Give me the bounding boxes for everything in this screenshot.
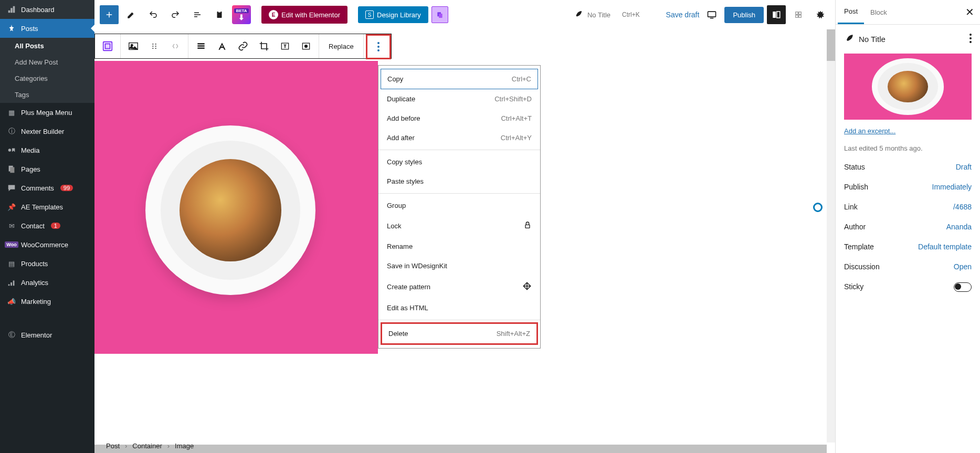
- replace-button[interactable]: Replace: [322, 43, 360, 50]
- text-on-image-button[interactable]: [276, 37, 294, 56]
- settings-sidebar-toggle[interactable]: [767, 5, 786, 24]
- options-button[interactable]: [811, 5, 830, 24]
- vertical-scrollbar[interactable]: [827, 29, 835, 443]
- plugin-button[interactable]: [789, 5, 808, 24]
- sidebar-item-plus-mega-menu[interactable]: ▦Plus Mega Menu: [0, 103, 94, 122]
- edit-mode-button[interactable]: [122, 5, 141, 24]
- dropdown-edit-html[interactable]: Edit as HTML: [378, 298, 540, 318]
- sidebar-item-pages[interactable]: Pages: [0, 160, 94, 178]
- link-button[interactable]: [234, 37, 252, 56]
- sidebar-item-elementor[interactable]: ⒺElementor: [0, 325, 94, 344]
- tab-post[interactable]: Post: [838, 0, 864, 24]
- add-excerpt-link[interactable]: Add an excerpt...: [844, 127, 895, 135]
- post-summary-header: No Title: [844, 33, 972, 45]
- beta-badge[interactable]: BETA⬇: [232, 5, 251, 24]
- parent-container-button[interactable]: [98, 37, 117, 56]
- svg-rect-9: [777, 12, 780, 18]
- sidebar-item-all-posts[interactable]: All Posts: [0, 38, 94, 54]
- dropdown-copy-styles[interactable]: Copy styles: [378, 152, 540, 172]
- dropdown-copy[interactable]: CopyCtrl+C: [381, 69, 538, 89]
- svg-point-29: [305, 45, 308, 48]
- row-discussion[interactable]: DiscussionOpen: [844, 262, 972, 271]
- dropdown-group[interactable]: Group: [378, 196, 540, 215]
- dropdown-paste-styles[interactable]: Paste styles: [378, 172, 540, 191]
- dropdown-add-before[interactable]: Add beforeCtrl+Alt+T: [378, 109, 540, 128]
- sidebar-item-ae-templates[interactable]: 📌AE Templates: [0, 197, 94, 216]
- sidebar-label: Tags: [15, 91, 29, 99]
- add-block-button[interactable]: [100, 5, 119, 24]
- row-author[interactable]: AuthorAnanda: [844, 223, 972, 231]
- sidebar-label: Dashboard: [21, 6, 55, 14]
- sidebar-item-comments[interactable]: Comments99: [0, 178, 94, 197]
- image-block[interactable]: [94, 61, 378, 354]
- document-title-button[interactable]: No Title Ctrl+K: [556, 9, 657, 20]
- breadcrumb-item[interactable]: Image: [175, 442, 194, 450]
- editor-canvas[interactable]: Add title Replace: [94, 29, 835, 453]
- row-link[interactable]: Link/4688: [844, 203, 972, 211]
- sidebar-item-tags[interactable]: Tags: [0, 87, 94, 103]
- pin-icon: [6, 23, 17, 34]
- undo-button[interactable]: [144, 5, 163, 24]
- post-actions-button[interactable]: [970, 34, 972, 45]
- sidebar-item-posts[interactable]: Posts: [0, 19, 94, 38]
- move-up-down[interactable]: [166, 37, 185, 56]
- sidebar-item-contact[interactable]: ✉Contact1: [0, 216, 94, 235]
- sidebar-item-nexter-builder[interactable]: ⓘNexter Builder: [0, 122, 94, 141]
- preview-button[interactable]: [702, 5, 721, 24]
- sticky-toggle[interactable]: [954, 282, 972, 292]
- copy-design-button[interactable]: [431, 6, 448, 23]
- sidebar-item-products[interactable]: ▤Products: [0, 254, 94, 273]
- media-icon: [6, 145, 17, 155]
- sidebar-item-dashboard[interactable]: Dashboard: [0, 0, 94, 19]
- text-overlay-button[interactable]: [213, 37, 231, 56]
- dropdown-duplicate[interactable]: DuplicateCtrl+Shift+D: [378, 89, 540, 109]
- block-breadcrumb[interactable]: Post › Container › Image: [106, 439, 194, 452]
- sidebar-label: Add New Post: [15, 58, 58, 66]
- svg-rect-7: [708, 12, 716, 17]
- dropdown-create-pattern[interactable]: Create pattern: [378, 276, 540, 298]
- document-overview-button[interactable]: [188, 5, 207, 24]
- feather-icon: [844, 33, 855, 45]
- breadcrumb-item[interactable]: Post: [106, 442, 120, 450]
- row-sticky: Sticky: [844, 282, 972, 292]
- redo-button[interactable]: [166, 5, 185, 24]
- featured-image[interactable]: [844, 54, 972, 120]
- row-publish[interactable]: PublishImmediately: [844, 183, 972, 191]
- button-label: Edit with Elementor: [281, 11, 340, 19]
- image-block-icon[interactable]: [124, 37, 143, 56]
- sidebar-item-marketing[interactable]: 📣Marketing: [0, 292, 94, 311]
- dropdown-separator: [378, 320, 540, 320]
- svg-rect-15: [105, 44, 110, 48]
- crop-button[interactable]: [255, 37, 273, 56]
- dropdown-add-after[interactable]: Add afterCtrl+Alt+Y: [378, 128, 540, 148]
- analytics-icon: [6, 277, 17, 288]
- dropdown-delete[interactable]: DeleteShift+Alt+Z: [381, 322, 538, 345]
- duotone-button[interactable]: [297, 37, 315, 56]
- close-sidebar-button[interactable]: ✕: [959, 2, 980, 23]
- block-options-button[interactable]: [366, 34, 391, 59]
- save-draft-button[interactable]: Save draft: [666, 10, 700, 19]
- dropdown-rename[interactable]: Rename: [378, 237, 540, 256]
- sidebar-item-woocommerce[interactable]: WooWooCommerce: [0, 235, 94, 254]
- publish-button[interactable]: Publish: [724, 7, 764, 23]
- sidebar-label: AE Templates: [21, 203, 63, 211]
- row-status[interactable]: StatusDraft: [844, 163, 972, 171]
- sidebar-item-categories[interactable]: Categories: [0, 70, 94, 87]
- paste-button[interactable]: [210, 5, 229, 24]
- row-template[interactable]: TemplateDefault template: [844, 243, 972, 251]
- sidebar-item-media[interactable]: Media: [0, 141, 94, 160]
- edit-with-elementor-button[interactable]: E Edit with Elementor: [261, 6, 347, 24]
- sidebar-label: Plus Mega Menu: [21, 109, 72, 117]
- sidebar-item-analytics[interactable]: Analytics: [0, 273, 94, 292]
- svg-rect-13: [799, 15, 802, 18]
- tab-block[interactable]: Block: [864, 1, 893, 24]
- drag-handle[interactable]: [145, 37, 164, 56]
- horizontal-scrollbar[interactable]: [94, 445, 827, 453]
- sidebar-item-add-new-post[interactable]: Add New Post: [0, 54, 94, 70]
- design-library-button[interactable]: S Design Library: [358, 6, 428, 23]
- align-button[interactable]: [192, 37, 210, 56]
- chevron-right-icon: ›: [167, 442, 170, 450]
- breadcrumb-item[interactable]: Container: [132, 442, 162, 450]
- dropdown-lock[interactable]: Lock: [378, 215, 540, 237]
- dropdown-save-wdesignkit[interactable]: Save in WDesignKit: [378, 256, 540, 276]
